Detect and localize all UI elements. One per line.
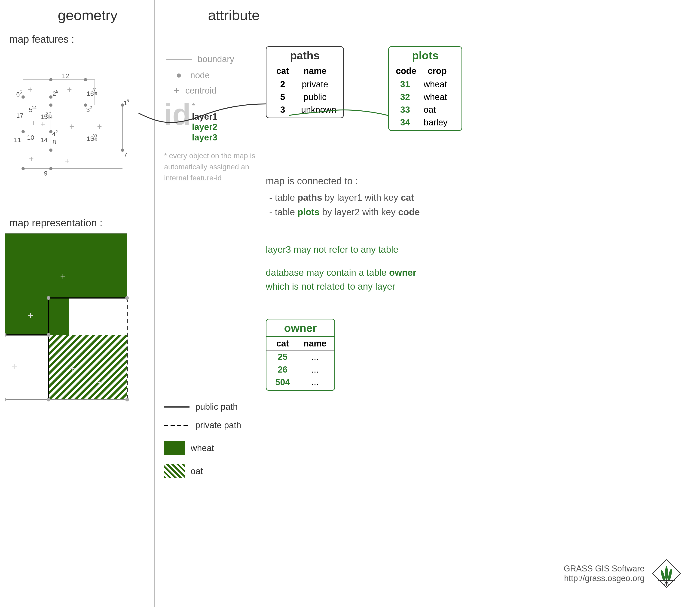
oat-pattern-icon <box>164 464 185 478</box>
svg-text:14: 14 <box>32 105 37 110</box>
svg-text:10: 10 <box>27 134 34 141</box>
svg-point-11 <box>49 96 53 99</box>
owner-table: owner cat name 25 ... 26 ... 504 ... <box>266 319 335 391</box>
map-representation-label: map representation : <box>9 217 103 229</box>
svg-point-12 <box>84 78 87 81</box>
svg-text:5: 5 <box>127 98 129 103</box>
paths-title: paths <box>290 49 320 62</box>
paths-col-name: name <box>301 66 329 76</box>
plots-title: plots <box>412 49 439 62</box>
connection-title: map is connected to : <box>266 175 420 187</box>
svg-point-90 <box>667 568 673 582</box>
centroid-label: centroid <box>185 86 217 96</box>
svg-text:+: + <box>12 361 17 372</box>
svg-point-15 <box>49 103 53 107</box>
svg-text:12: 12 <box>62 72 69 80</box>
plots-row-0: 31 wheat <box>389 78 461 91</box>
svg-text:2: 2 <box>56 130 58 134</box>
owner-table-header: owner <box>266 319 334 337</box>
svg-text:+: + <box>29 154 34 164</box>
svg-text:3: 3 <box>86 106 90 113</box>
oat-label: oat <box>191 466 203 476</box>
svg-point-9 <box>21 96 25 99</box>
centroid-cross-icon: + <box>173 84 180 97</box>
svg-text:+: + <box>60 271 66 281</box>
paths-col-headers: cat name <box>266 64 343 78</box>
plots-table: plots code crop 31 wheat 32 wheat 33 oat… <box>388 46 462 131</box>
id-letters: id <box>164 99 191 129</box>
private-path-legend: private path <box>164 420 241 430</box>
grass-line2: http://grass.osgeo.org <box>564 573 644 583</box>
boundary-legend-item: boundary <box>166 54 234 64</box>
svg-point-19 <box>49 148 53 152</box>
svg-text:+: + <box>97 122 102 131</box>
svg-point-16 <box>21 130 25 133</box>
svg-text:6: 6 <box>16 91 20 98</box>
plots-col-headers: code crop <box>389 64 461 78</box>
svg-point-88 <box>660 570 666 582</box>
paths-table: paths cat name 2 private 5 public 3 unkn… <box>266 46 344 118</box>
svg-text:2: 2 <box>53 90 56 97</box>
boundary-label: boundary <box>198 54 234 64</box>
svg-text:7: 7 <box>124 151 127 159</box>
grass-line1: GRASS GIS Software <box>564 564 644 573</box>
svg-point-81 <box>125 296 129 300</box>
connection-info: map is connected to : - table paths by l… <box>266 175 420 217</box>
public-path-icon <box>164 405 189 409</box>
node-dot-icon <box>177 74 181 78</box>
svg-rect-60 <box>5 335 48 400</box>
svg-text:+: + <box>97 377 103 388</box>
svg-text:504: 504 <box>45 115 53 120</box>
paths-row-1: 5 public <box>266 91 343 103</box>
asterisk-note: * every object on the map is automatical… <box>164 150 256 183</box>
owner-note: database may contain a table owner which… <box>266 266 428 293</box>
connection-item2: - table plots by layer2 with key code <box>266 207 420 217</box>
svg-text:+: + <box>28 85 33 94</box>
svg-text:+: + <box>40 120 45 129</box>
centroid-legend-item: + centroid <box>166 84 217 97</box>
boundary-line-icon <box>166 57 192 62</box>
svg-text:+: + <box>69 122 74 131</box>
layer3-note: layer3 may not refer to any table <box>266 243 398 256</box>
plots-table-header: plots <box>389 47 461 64</box>
svg-text:11: 11 <box>14 136 21 143</box>
node-label: node <box>190 70 210 80</box>
wheat-legend: wheat <box>164 441 214 455</box>
paths-col-cat: cat <box>273 66 292 76</box>
svg-text:5: 5 <box>56 89 58 94</box>
oat-legend: oat <box>164 464 203 478</box>
paths-row-2: 3 unknown <box>266 103 343 118</box>
svg-text:8: 8 <box>53 139 56 146</box>
private-path-label: private path <box>195 420 241 430</box>
svg-text:+: + <box>67 85 72 94</box>
svg-text:17: 17 <box>16 112 23 119</box>
svg-text:9: 9 <box>44 170 48 177</box>
geometry-header: geometry <box>58 7 117 23</box>
svg-rect-63 <box>48 335 127 400</box>
svg-point-21 <box>49 167 53 170</box>
wheat-color-icon <box>164 441 185 455</box>
svg-marker-59 <box>5 233 127 335</box>
paths-table-header: paths <box>266 47 343 64</box>
map-features-label: map features : <box>9 34 74 45</box>
layer1-label: layer1 <box>192 112 218 122</box>
private-path-icon <box>164 423 189 428</box>
plots-row-1: 32 wheat <box>389 91 461 103</box>
svg-text:+: + <box>31 118 36 128</box>
node-legend-item: node <box>166 70 210 80</box>
owner-row-0: 25 ... <box>266 351 334 363</box>
id-block: id * layer1 layer2 layer3 <box>164 99 217 143</box>
grass-logo-icon <box>652 559 681 588</box>
paths-row-0: 2 private <box>266 78 343 91</box>
svg-point-18 <box>21 167 25 170</box>
public-path-label: public path <box>195 402 238 412</box>
svg-text:+: + <box>69 363 75 374</box>
layer3-label: layer3 <box>192 132 218 143</box>
plots-row-3: 34 barley <box>389 116 461 130</box>
owner-row-2: 504 ... <box>266 376 334 390</box>
owner-col-headers: cat name <box>266 337 334 351</box>
svg-text:2: 2 <box>90 105 92 110</box>
plots-row-2: 33 oat <box>389 103 461 116</box>
section-divider <box>155 0 155 607</box>
map-visual: + + + + + <box>5 233 143 406</box>
